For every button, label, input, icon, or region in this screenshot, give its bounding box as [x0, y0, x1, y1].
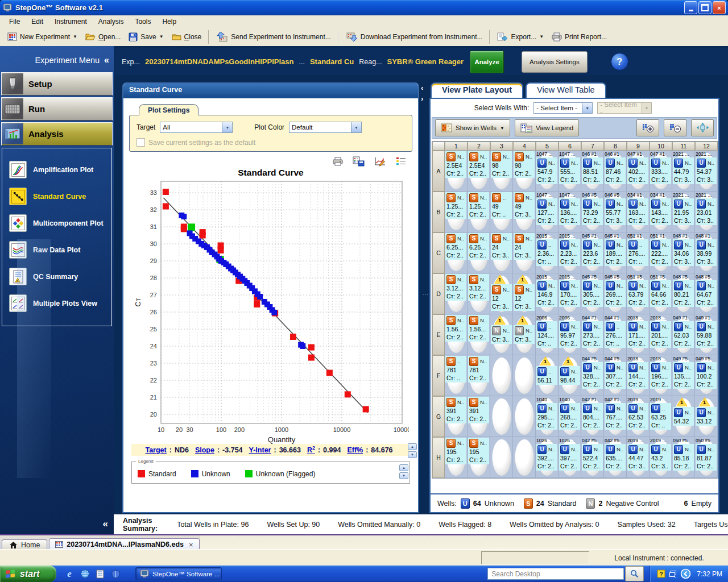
well-G12[interactable]: 1UN..33.12 [695, 396, 718, 437]
well-E5[interactable]: 2006 ...U..124....Cт: .. [536, 314, 559, 355]
well-B4[interactable]: SN..49Cт: 3.. [513, 192, 536, 232]
close-button[interactable]: × [713, 1, 726, 14]
stat-link-target[interactable]: Target [145, 446, 166, 454]
well-H12[interactable]: 050 #5UN..81.87Cт: 2.. [695, 437, 718, 478]
copy-plot-icon[interactable] [353, 156, 365, 167]
well-D12[interactable]: 048 #5UN..64.67Cт: 2.. [695, 273, 718, 314]
plate-column-header-3[interactable]: 3 [490, 142, 513, 151]
help-icon[interactable]: ? [611, 53, 628, 70]
search-desktop-field[interactable] [487, 568, 624, 580]
toolbar-export-button[interactable]: Export...▼ [493, 31, 548, 43]
stat-link-eff[interactable]: Eff% [347, 446, 363, 454]
start-button[interactable]: start [0, 566, 56, 582]
well-D5[interactable]: 2015 ...UN..146.9Cт: 2.. [536, 273, 559, 314]
plate-row-header-C[interactable]: C [432, 232, 445, 273]
well-E1[interactable]: SN..1.56...Cт: 2.. [445, 314, 468, 355]
plate-row-header-D[interactable]: D [432, 273, 445, 314]
well-H4[interactable] [513, 437, 536, 478]
menu-tools[interactable]: Tools [129, 16, 156, 27]
well-H3[interactable] [490, 437, 513, 478]
plate-corner[interactable] [432, 142, 445, 151]
stat-link-yinter[interactable]: Y-Inter [249, 446, 271, 454]
tray-window-icon[interactable] [669, 570, 677, 577]
well-F9[interactable]: 2018 ...UN..144....Cт: 2.. [627, 355, 650, 396]
well-B10[interactable]: 034 #1UN..143....Cт: 2.. [650, 192, 672, 232]
well-E10[interactable]: 2018 ...UN..201....Cт: 2.. [650, 314, 672, 355]
menu-instrument[interactable]: Instrument [49, 16, 93, 27]
quick-launch-ie-icon[interactable]: e [64, 569, 75, 579]
well-D1[interactable]: SN..3.12...Cт: 2.. [445, 273, 468, 314]
tab-view-plate-layout[interactable]: View Plate Layout [431, 82, 523, 98]
plate-row-header-F[interactable]: F [432, 355, 445, 396]
sidebar-item-raw-data-plot[interactable]: Raw Data Plot [2, 236, 111, 263]
collapse-sidebar-icon[interactable]: « [104, 55, 109, 65]
show-in-wells-button[interactable]: Show in Wells ▼ [435, 119, 510, 136]
well-D4[interactable]: 1SN..12Cт: 3.. [513, 273, 536, 314]
well-C4[interactable]: SN..24Cт: 3.. [513, 232, 536, 273]
quick-launch-app-icon[interactable] [110, 569, 121, 579]
well-H6[interactable]: 1026 ...UN..397....Cт: 2.. [559, 437, 581, 478]
quick-launch-browser-icon[interactable] [80, 569, 90, 579]
well-H10[interactable]: 2019 ...UN..43.2Cт: 3.. [650, 437, 672, 478]
stats-scroll-spinner[interactable]: ▲▼ [408, 443, 417, 458]
well-B7[interactable]: 046 #5UN..73.29Cт: 2.. [581, 192, 604, 232]
well-A12[interactable]: 2021 ...UN..54.37Cт: 3.. [695, 151, 718, 192]
toolbar-download-experiment-from-instrument-button[interactable]: Download Experiment from Instrument... [342, 30, 487, 44]
analyze-button[interactable]: Analyze [470, 51, 504, 73]
menu-analysis[interactable]: Analysis [93, 16, 130, 27]
toolbar-close-button[interactable]: Close [168, 31, 206, 43]
well-B5[interactable]: 1047 ...UN..127....Cт: 2.. [536, 192, 559, 232]
panel-splitter-arrows[interactable]: ‹› [421, 84, 423, 103]
zoom-out-wells-button[interactable] [664, 119, 686, 136]
well-H2[interactable]: SN..195Cт: 2.. [468, 437, 490, 478]
well-C1[interactable]: SN..6.25...Cт: 2.. [445, 232, 468, 273]
well-H8[interactable]: 042 #5UN..635....Cт: 2.. [604, 437, 627, 478]
well-E9[interactable]: 2018 ...UN..171....Cт: 2.. [627, 314, 650, 355]
well-E3[interactable]: 1NN..Cт: 3.. [490, 314, 513, 355]
plate-column-header-7[interactable]: 7 [581, 142, 604, 151]
plate-row-header-E[interactable]: E [432, 314, 445, 355]
edit-plot-icon[interactable] [374, 156, 386, 167]
well-B2[interactable]: SN..1.25...Cт: 2.. [468, 192, 490, 232]
well-C12[interactable]: 048 #1UN..38.99Cт: 3.. [695, 232, 718, 273]
splitter-handle[interactable]: ⋮ [423, 292, 429, 298]
plate-column-header-11[interactable]: 11 [672, 142, 695, 151]
well-G5[interactable]: 1040 ...UN..295....Cт: 2.. [536, 396, 559, 437]
well-A3[interactable]: SN..98Cт: 2.. [490, 151, 513, 192]
well-E11[interactable]: 049 #1UN..62.03Cт: 2.. [672, 314, 695, 355]
toolbar-send-experiment-to-instrument-button[interactable]: Send Experiment to Instrument... [212, 30, 334, 44]
menu-edit[interactable]: Edit [26, 16, 49, 27]
well-C7[interactable]: 045 #1UN..223.6Cт: 2.. [581, 232, 604, 273]
minimize-button[interactable] [684, 1, 697, 14]
plate-row-header-H[interactable]: H [432, 437, 445, 478]
well-G4[interactable] [513, 396, 536, 437]
well-D10[interactable]: 051 #5UN..64.66Cт: 2.. [650, 273, 672, 314]
save-default-checkbox[interactable] [136, 138, 145, 147]
well-H5[interactable]: 1026 ...UN..392....Cт: 2.. [536, 437, 559, 478]
sidebar-item-qc-summary[interactable]: QC Summary [2, 263, 111, 290]
well-A9[interactable]: 047 #1UN..402....Cт: 2.. [627, 151, 650, 192]
tray-chevron-icon[interactable] [680, 568, 691, 579]
fit-plate-button[interactable] [691, 119, 714, 136]
well-F1[interactable]: S..781Cт: .. [445, 355, 468, 396]
well-H1[interactable]: SN..195Cт: 2.. [445, 437, 468, 478]
tab-experiment-file[interactable]: 20230714mtDNA...IPlasmaND6.eds × [49, 538, 199, 550]
well-H11[interactable]: 050 #5UN..85.18Cт: 2.. [672, 437, 695, 478]
plate-column-header-9[interactable]: 9 [627, 142, 650, 151]
well-F7[interactable]: 044 #5UN..328....Cт: 2.. [581, 355, 604, 396]
well-G7[interactable]: 042 #1UN..804....Cт: 2.. [581, 396, 604, 437]
tray-note-icon[interactable]: ? [657, 569, 665, 578]
plate-column-header-5[interactable]: 5 [536, 142, 559, 151]
well-B12[interactable]: 2021 ...UN..23.01Cт: 3.. [695, 192, 718, 232]
well-C9[interactable]: 051 #1U..276....Cт: .. [627, 232, 650, 273]
sidebar-section-setup[interactable]: Setup [1, 72, 113, 95]
well-E8[interactable]: 044 #1U..276....Cт: .. [604, 314, 627, 355]
well-F4[interactable] [513, 355, 536, 396]
menu-file[interactable]: File [3, 16, 26, 27]
well-B6[interactable]: 1047 ...UN..136....Cт: 2.. [559, 192, 581, 232]
well-F5[interactable]: 1U..56.11 [536, 355, 559, 396]
plate-column-header-8[interactable]: 8 [604, 142, 627, 151]
sidebar-section-run[interactable]: Run [1, 97, 113, 120]
well-G6[interactable]: 1040 ...UN..268....Cт: 2.. [559, 396, 581, 437]
legend-scroll-spinner[interactable]: ▲▼ [399, 464, 408, 479]
